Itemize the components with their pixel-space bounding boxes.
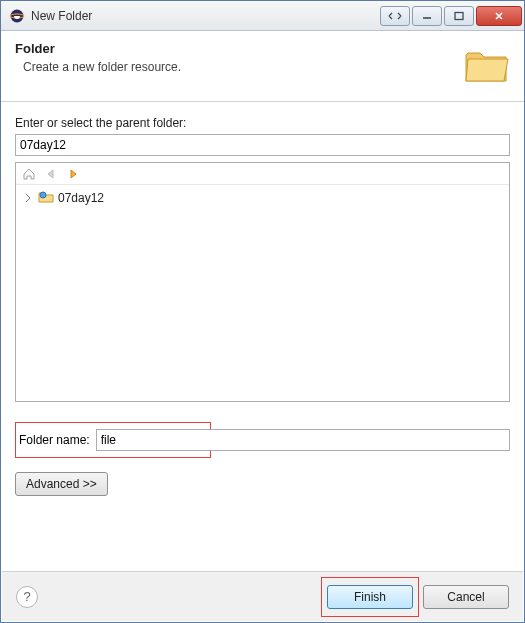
forward-icon[interactable] bbox=[64, 165, 82, 183]
folder-name-label: Folder name: bbox=[19, 433, 90, 447]
svg-rect-3 bbox=[455, 12, 463, 19]
help-icon[interactable]: ? bbox=[16, 586, 38, 608]
window-controls bbox=[380, 6, 522, 26]
window-title: New Folder bbox=[31, 9, 380, 23]
tree-toolbar bbox=[16, 163, 509, 185]
cancel-button[interactable]: Cancel bbox=[423, 585, 509, 609]
back-icon[interactable] bbox=[42, 165, 60, 183]
home-icon[interactable] bbox=[20, 165, 38, 183]
close-button[interactable] bbox=[476, 6, 522, 26]
window-dock-button[interactable] bbox=[380, 6, 410, 26]
tree-item-label: 07day12 bbox=[58, 191, 104, 205]
folder-name-row: Folder name: bbox=[15, 422, 510, 458]
tree-expander-icon[interactable] bbox=[22, 192, 34, 204]
parent-folder-label: Enter or select the parent folder: bbox=[15, 116, 510, 130]
finish-button[interactable]: Finish bbox=[327, 585, 413, 609]
project-folder-icon bbox=[38, 190, 54, 207]
maximize-button[interactable] bbox=[444, 6, 474, 26]
folder-large-icon bbox=[462, 41, 510, 89]
eclipse-icon bbox=[9, 8, 25, 24]
wizard-footer: ? Finish Cancel bbox=[2, 571, 523, 621]
parent-folder-input[interactable] bbox=[15, 134, 510, 156]
folder-tree-panel: 07day12 bbox=[15, 162, 510, 402]
minimize-button[interactable] bbox=[412, 6, 442, 26]
wizard-header: Folder Create a new folder resource. bbox=[1, 31, 524, 102]
folder-name-input[interactable] bbox=[96, 429, 510, 451]
advanced-button[interactable]: Advanced >> bbox=[15, 472, 108, 496]
tree-body[interactable]: 07day12 bbox=[16, 185, 509, 211]
wizard-description: Create a new folder resource. bbox=[23, 60, 452, 74]
wizard-heading: Folder bbox=[15, 41, 452, 56]
wizard-body: Enter or select the parent folder: bbox=[1, 102, 524, 504]
svg-point-4 bbox=[40, 192, 46, 198]
title-bar: New Folder bbox=[1, 1, 524, 31]
tree-item[interactable]: 07day12 bbox=[22, 189, 503, 207]
